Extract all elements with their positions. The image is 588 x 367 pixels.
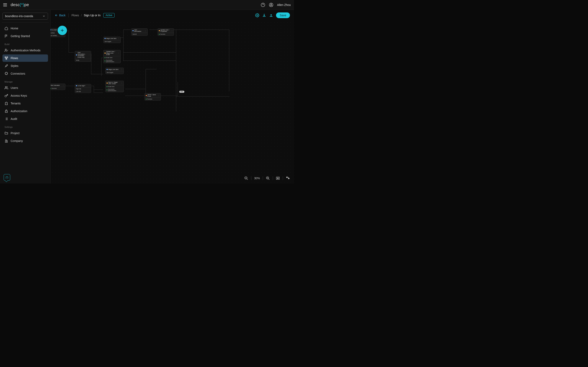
sidebar-item-label: Audit bbox=[11, 117, 17, 120]
node-type-icon bbox=[107, 69, 108, 70]
sidebar-item-company[interactable]: Company bbox=[2, 137, 48, 145]
zoom-controls: 30% bbox=[244, 176, 290, 180]
node-title: User Information - Unverified - Email On… bbox=[78, 52, 87, 58]
flow-toolbar: Back Flows / Sign Up or In Active Save bbox=[51, 10, 294, 21]
sidebar-item-access-keys[interactable]: Access Keys bbox=[2, 92, 48, 99]
user-avatar-icon[interactable] bbox=[269, 3, 273, 7]
hamburger-menu-icon[interactable] bbox=[3, 2, 8, 7]
sidebar-item-flows[interactable]: Flows bbox=[2, 54, 48, 62]
node-port[interactable]: Successful authentication bbox=[106, 59, 120, 62]
lock-icon bbox=[4, 109, 8, 113]
sidebar-item-users[interactable]: Users bbox=[2, 84, 48, 92]
sidebar-item-project[interactable]: Project bbox=[2, 129, 48, 137]
node-menu-icon[interactable]: ⋮ bbox=[118, 38, 120, 39]
flow-node-risk-calculator[interactable]: Risk Calculator⋮ Success bbox=[51, 83, 65, 90]
node-port[interactable]: Send again bbox=[104, 41, 111, 42]
sidebar-section-settings: Settings bbox=[2, 123, 48, 129]
node-menu-icon[interactable]: ⋮ bbox=[118, 52, 120, 54]
node-menu-icon[interactable]: ⋮ bbox=[121, 68, 122, 70]
flow-edge bbox=[176, 30, 229, 30]
node-port[interactable]: Send again bbox=[107, 72, 113, 73]
node-type-icon bbox=[76, 85, 77, 86]
node-port[interactable]: Verify bbox=[76, 59, 79, 61]
chat-label: (*) bbox=[6, 176, 8, 179]
save-button[interactable]: Save bbox=[276, 12, 290, 18]
sidebar-item-connectors[interactable]: Connectors bbox=[2, 70, 48, 77]
node-menu-icon[interactable]: ⋮ bbox=[88, 85, 90, 87]
sidebar-item-label: Company bbox=[11, 139, 23, 142]
flow-end-node[interactable]: END bbox=[179, 91, 184, 93]
node-menu-icon[interactable]: ⋮ bbox=[121, 82, 122, 84]
node-title: Is email bbox=[52, 29, 57, 31]
status-dot-icon bbox=[51, 88, 51, 89]
sidebar-item-home[interactable]: Home bbox=[2, 25, 48, 32]
flow-node-update-user-magic-link[interactable]: Update User / Magic Link / Email⋮ Email … bbox=[103, 50, 121, 63]
flow-node-magic-link-sent-2[interactable]: Magic Link Sent⋮ Send again bbox=[105, 68, 124, 74]
sidebar-item-getting-started[interactable]: Getting Started bbox=[2, 33, 48, 40]
add-node-button[interactable]: + bbox=[58, 26, 67, 35]
help-icon[interactable] bbox=[261, 3, 265, 7]
node-title: Sign In / Magic Link / Email bbox=[108, 82, 120, 84]
logo-accent: * bbox=[21, 2, 23, 7]
sidebar-item-authorization[interactable]: Authorization bbox=[2, 108, 48, 115]
node-port[interactable]: Email Sent bbox=[106, 57, 112, 58]
node-port[interactable]: High risk bbox=[76, 88, 81, 90]
breadcrumb-root[interactable]: Flows bbox=[71, 14, 79, 17]
sidebar-item-label: Authorization bbox=[11, 109, 27, 113]
flow-edge bbox=[176, 52, 176, 111]
breadcrumb: Flows / Sign Up or In bbox=[71, 14, 100, 17]
flow-node-smtp-send-email[interactable]: SMTP / Send Email⋮ Success bbox=[145, 93, 161, 100]
arrow-left-icon bbox=[55, 14, 58, 17]
settings-icon[interactable] bbox=[255, 13, 259, 17]
sidebar-item-auth-methods[interactable]: Authentication Methods bbox=[2, 47, 48, 54]
flow-edge bbox=[176, 30, 176, 52]
node-port[interactable]: Success bbox=[160, 33, 165, 35]
status-dot-icon bbox=[104, 57, 105, 58]
auto-layout-icon[interactable] bbox=[286, 176, 290, 180]
chat-support-button[interactable]: (*) bbox=[4, 174, 10, 181]
puzzle-icon bbox=[4, 72, 8, 75]
flow-node-magic-link-sent-1[interactable]: Magic Link Sent⋮ Send again bbox=[103, 37, 121, 43]
sidebar-item-tenants[interactable]: Tenants bbox=[2, 100, 48, 107]
flow-node-update-user-properties[interactable]: Update User / Properties⋮ Success bbox=[158, 28, 174, 36]
upload-icon[interactable] bbox=[269, 13, 273, 17]
node-port[interactable]: Submit bbox=[132, 33, 137, 35]
main-area: Back Flows / Sign Up or In Active Save + bbox=[51, 10, 294, 184]
download-icon[interactable] bbox=[262, 13, 266, 17]
flow-edge bbox=[101, 58, 102, 76]
status-dot-icon bbox=[107, 90, 107, 90]
node-port[interactable]: Success bbox=[147, 98, 152, 100]
flow-node-sign-in-magic-link[interactable]: Sign In / Magic Link / Email⋮ Email Sent… bbox=[105, 81, 124, 92]
node-menu-icon[interactable]: ⋮ bbox=[88, 54, 90, 56]
node-menu-icon[interactable]: ⋮ bbox=[171, 30, 173, 32]
node-type-icon bbox=[159, 30, 160, 31]
node-menu-icon[interactable]: ⋮ bbox=[62, 84, 64, 86]
zoom-out-icon[interactable] bbox=[244, 176, 248, 180]
flow-edge bbox=[123, 60, 176, 61]
fit-view-icon[interactable] bbox=[276, 176, 280, 180]
user-name[interactable]: Allen Zhou bbox=[277, 3, 291, 7]
sidebar-item-audit[interactable]: Audit bbox=[2, 115, 48, 123]
zoom-in-icon[interactable] bbox=[266, 176, 270, 180]
back-button[interactable]: Back bbox=[55, 14, 66, 17]
node-port[interactable]: Low risk bbox=[76, 91, 81, 92]
node-port[interactable]: Successful authentication bbox=[108, 89, 122, 91]
flow-canvas[interactable]: + bbox=[51, 21, 294, 184]
node-type-icon bbox=[107, 83, 108, 83]
node-port[interactable]: Not verified bbox=[51, 35, 57, 36]
logo[interactable]: desc(*)pe bbox=[11, 2, 29, 7]
flow-node-user-information[interactable]: User Information⋮ Submit bbox=[131, 28, 148, 36]
project-selector[interactable]: boundless-iris-coanda bbox=[2, 13, 48, 20]
node-type-icon bbox=[132, 30, 134, 31]
node-menu-icon[interactable]: ⋮ bbox=[145, 30, 146, 32]
topbar: desc(*)pe Allen Zhou bbox=[0, 0, 294, 10]
node-port[interactable]: Email Sent bbox=[108, 86, 114, 87]
flow-node-user-info-unverified[interactable]: User Information - Unverified - Email On… bbox=[75, 51, 91, 62]
node-menu-icon[interactable]: ⋮ bbox=[158, 95, 160, 96]
logo-text: de bbox=[11, 2, 15, 7]
node-port[interactable]: Verified bbox=[51, 32, 55, 34]
zoom-divider bbox=[263, 176, 263, 180]
node-port[interactable]: Success bbox=[52, 88, 57, 89]
flow-node-is-risk-high[interactable]: Is risk high?⋮ High risk Low risk bbox=[75, 84, 91, 93]
sidebar-item-styles[interactable]: Styles bbox=[2, 62, 48, 69]
